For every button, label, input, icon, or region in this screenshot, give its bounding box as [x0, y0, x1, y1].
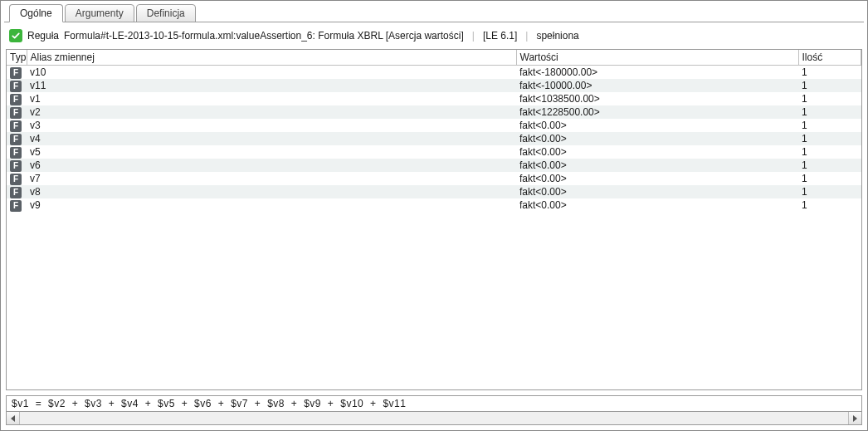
cell-value: fakt<0.00> — [516, 119, 798, 132]
triangle-left-icon — [11, 415, 15, 422]
cell-type: F — [7, 145, 27, 159]
cell-value: fakt<-180000.00> — [516, 65, 798, 79]
type-badge-icon: F — [10, 67, 22, 79]
type-badge-icon: F — [10, 94, 22, 105]
scroll-track[interactable] — [20, 412, 848, 424]
tab-general[interactable]: Ogólne — [9, 4, 63, 22]
cell-count: 1 — [798, 65, 861, 79]
type-badge-icon: F — [10, 81, 22, 92]
cell-count: 1 — [798, 198, 861, 212]
rule-name: Formula#t-LE-2013-10-15-formula.xml:valu… — [64, 30, 464, 42]
column-header-values[interactable]: Wartości — [516, 50, 798, 65]
cell-type: F — [7, 92, 27, 105]
cell-count: 1 — [798, 159, 861, 172]
type-badge-icon: F — [10, 187, 22, 198]
cell-alias: v10 — [27, 65, 516, 79]
rule-code: [LE 6.1] — [483, 30, 517, 42]
table-row[interactable]: Fv1fakt<1038500.00>1 — [7, 92, 861, 105]
cell-count: 1 — [798, 119, 861, 132]
scroll-right-button[interactable] — [848, 412, 861, 424]
cell-value: fakt<0.00> — [516, 172, 798, 185]
cell-count: 1 — [798, 145, 861, 159]
tab-definition[interactable]: Definicja — [136, 4, 196, 22]
tab-arguments[interactable]: Argumenty — [65, 4, 134, 22]
cell-count: 1 — [798, 105, 861, 119]
rule-prefix: Reguła — [27, 30, 59, 42]
cell-count: 1 — [798, 92, 861, 105]
cell-type: F — [7, 159, 27, 172]
table-row[interactable]: Fv7fakt<0.00>1 — [7, 172, 861, 185]
cell-alias: v7 — [27, 172, 516, 185]
cell-alias: v5 — [27, 145, 516, 159]
type-badge-icon: F — [10, 134, 22, 145]
cell-value: fakt<-10000.00> — [516, 79, 798, 92]
type-badge-icon: F — [10, 120, 22, 132]
table-row[interactable]: Fv8fakt<0.00>1 — [7, 185, 861, 198]
cell-alias: v1 — [27, 92, 516, 105]
table-row[interactable]: Fv9fakt<0.00>1 — [7, 198, 861, 212]
rule-status: spełniona — [536, 30, 578, 42]
separator-icon: | — [469, 30, 478, 42]
cell-alias: v3 — [27, 119, 516, 132]
cell-alias: v4 — [27, 132, 516, 145]
column-header-type[interactable]: Typ — [7, 50, 27, 65]
table-row[interactable]: Fv4fakt<0.00>1 — [7, 132, 861, 145]
table-row[interactable]: Fv11fakt<-10000.00>1 — [7, 79, 861, 92]
panel-window: Ogólne Argumenty Definicja Reguła Formul… — [0, 0, 868, 431]
cell-type: F — [7, 185, 27, 198]
content-area: Typ Alias zmiennej Wartości Ilość Fv10fa… — [4, 49, 864, 427]
variables-table: Typ Alias zmiennej Wartości Ilość Fv10fa… — [7, 50, 861, 212]
horizontal-scrollbar[interactable] — [6, 412, 862, 425]
cell-type: F — [7, 198, 27, 212]
cell-value: fakt<0.00> — [516, 185, 798, 198]
cell-count: 1 — [798, 79, 861, 92]
cell-value: fakt<1228500.00> — [516, 105, 798, 119]
type-badge-icon: F — [10, 107, 22, 119]
cell-value: fakt<0.00> — [516, 132, 798, 145]
cell-alias: v11 — [27, 79, 516, 92]
cell-value: fakt<0.00> — [516, 145, 798, 159]
triangle-right-icon — [853, 415, 857, 422]
cell-count: 1 — [798, 172, 861, 185]
table-row[interactable]: Fv2fakt<1228500.00>1 — [7, 105, 861, 119]
rule-header: Reguła Formula#t-LE-2013-10-15-formula.x… — [4, 22, 864, 49]
cell-alias: v9 — [27, 198, 516, 212]
formula-text: $v1 = $v2 + $v3 + $v4 + $v5 + $v6 + $v7 … — [6, 395, 862, 412]
cell-alias: v2 — [27, 105, 516, 119]
cell-value: fakt<0.00> — [516, 159, 798, 172]
cell-alias: v6 — [27, 159, 516, 172]
type-badge-icon: F — [10, 147, 22, 159]
cell-type: F — [7, 105, 27, 119]
type-badge-icon: F — [10, 160, 22, 172]
cell-value: fakt<1038500.00> — [516, 92, 798, 105]
scroll-left-button[interactable] — [7, 412, 20, 424]
cell-type: F — [7, 65, 27, 79]
status-check-icon — [9, 29, 22, 42]
table-row[interactable]: Fv10fakt<-180000.00>1 — [7, 65, 861, 79]
table-row[interactable]: Fv3fakt<0.00>1 — [7, 119, 861, 132]
type-badge-icon: F — [10, 200, 22, 212]
formula-area: $v1 = $v2 + $v3 + $v4 + $v5 + $v6 + $v7 … — [6, 395, 862, 425]
separator-icon: | — [522, 30, 531, 42]
cell-count: 1 — [798, 185, 861, 198]
column-header-count[interactable]: Ilość — [798, 50, 861, 65]
cell-type: F — [7, 119, 27, 132]
column-header-alias[interactable]: Alias zmiennej — [27, 50, 516, 65]
cell-type: F — [7, 79, 27, 92]
tab-bar: Ogólne Argumenty Definicja — [4, 4, 864, 22]
table-header-row: Typ Alias zmiennej Wartości Ilość — [7, 50, 861, 65]
cell-value: fakt<0.00> — [516, 198, 798, 212]
table-row[interactable]: Fv5fakt<0.00>1 — [7, 145, 861, 159]
type-badge-icon: F — [10, 174, 22, 185]
cell-count: 1 — [798, 132, 861, 145]
variables-table-container: Typ Alias zmiennej Wartości Ilość Fv10fa… — [6, 49, 862, 390]
table-row[interactable]: Fv6fakt<0.00>1 — [7, 159, 861, 172]
cell-type: F — [7, 132, 27, 145]
cell-type: F — [7, 172, 27, 185]
cell-alias: v8 — [27, 185, 516, 198]
